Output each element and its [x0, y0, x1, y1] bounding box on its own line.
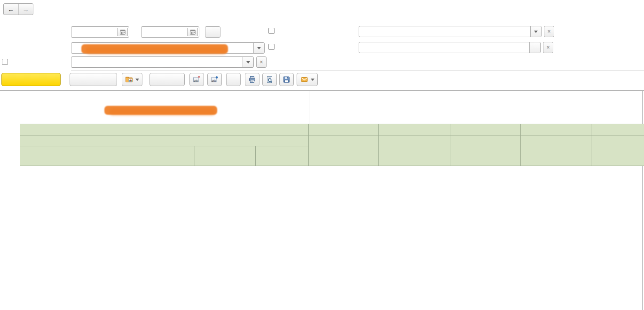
header-nomenclature[interactable]	[20, 135, 309, 146]
arrow-right-icon: →	[23, 6, 29, 13]
required-field-underline	[73, 67, 242, 67]
report-variants-folder-icon	[125, 76, 133, 83]
preview-button[interactable]	[262, 73, 277, 86]
arrow-left-icon: ←	[8, 6, 14, 13]
header-date[interactable]	[591, 124, 644, 135]
x-icon: ×	[546, 45, 550, 50]
chevron-down-icon	[246, 61, 250, 64]
header-date[interactable]	[521, 124, 591, 135]
calendar-icon	[119, 29, 126, 35]
expand-groups-button[interactable]: абс	[207, 73, 222, 86]
nav-button-group: ← →	[3, 3, 33, 15]
med-card-clear-button[interactable]: ×	[256, 56, 267, 68]
abc-expand-icon: абс	[211, 76, 219, 83]
nomenclature-group-checkbox[interactable]	[268, 28, 275, 34]
print-preview-icon	[266, 76, 274, 83]
settings-button[interactable]	[70, 73, 117, 86]
generate-button[interactable]	[1, 73, 61, 86]
report-area	[0, 90, 644, 310]
collapse-groups-button[interactable]: абс	[189, 73, 204, 86]
params-divider	[309, 91, 309, 124]
patient-input[interactable]	[71, 42, 265, 54]
calendar-button[interactable]	[117, 28, 128, 36]
nomenclature-group-clear-button[interactable]: ×	[544, 26, 554, 37]
order-type-input[interactable]	[359, 42, 541, 53]
order-type-checkbox[interactable]	[268, 44, 275, 50]
header-value-label[interactable]	[521, 135, 591, 166]
chevron-down-icon	[311, 79, 314, 81]
print-button[interactable]	[245, 73, 259, 86]
redaction-overlay	[86, 47, 227, 54]
calendar-icon	[189, 29, 196, 35]
period-to-input[interactable]	[141, 26, 199, 38]
order-type-more-button[interactable]	[529, 42, 540, 53]
header-date[interactable]	[450, 124, 521, 135]
find-button[interactable]	[149, 73, 185, 86]
chevron-down-icon	[135, 79, 139, 81]
printer-icon	[248, 76, 256, 83]
abc-collapse-icon: абс	[193, 76, 201, 83]
header-value-label[interactable]	[450, 135, 521, 166]
report-variants-button[interactable]	[122, 73, 142, 86]
med-card-dropdown-button[interactable]	[243, 57, 253, 67]
nomenclature-group-dropdown-button[interactable]	[530, 26, 541, 37]
chevron-down-icon	[257, 47, 261, 49]
order-type-clear-button[interactable]: ×	[543, 42, 553, 53]
save-icon	[283, 76, 291, 83]
header-value-label[interactable]	[379, 135, 450, 166]
calendar-button[interactable]	[187, 28, 198, 36]
save-button[interactable]	[279, 73, 294, 86]
period-from-input[interactable]	[71, 26, 129, 38]
header-unit[interactable]	[256, 146, 309, 166]
redaction-overlay	[109, 108, 215, 115]
patient-dropdown-button[interactable]	[253, 43, 264, 53]
envelope-icon	[300, 76, 308, 83]
header-indicator[interactable]	[20, 146, 195, 166]
panel-separator	[71, 70, 644, 71]
header-value-label[interactable]	[591, 135, 644, 166]
header-order-type[interactable]	[20, 124, 309, 135]
header-norm[interactable]	[195, 146, 256, 166]
med-card-checkbox[interactable]	[2, 59, 8, 65]
svg-text:абс: абс	[194, 79, 198, 82]
sum-button[interactable]	[226, 73, 241, 86]
x-icon: ×	[547, 29, 550, 34]
x-icon: ×	[259, 59, 263, 65]
send-mail-button[interactable]	[297, 73, 318, 86]
nomenclature-group-input[interactable]	[359, 26, 542, 37]
header-date[interactable]	[379, 124, 450, 135]
med-card-input[interactable]	[71, 56, 254, 68]
app-window: ← → × ×	[0, 0, 644, 310]
chevron-down-icon	[534, 31, 538, 33]
forward-button[interactable]: →	[19, 4, 33, 15]
header-date[interactable]	[309, 124, 379, 135]
back-button[interactable]: ←	[4, 4, 19, 15]
period-range-button[interactable]	[205, 26, 220, 38]
svg-text:абс: абс	[212, 79, 216, 82]
header-value-label[interactable]	[309, 135, 379, 166]
